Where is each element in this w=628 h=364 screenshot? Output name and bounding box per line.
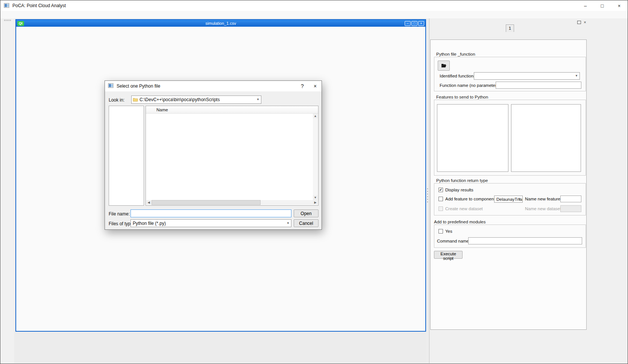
command-name-input[interactable] [468,237,582,244]
scroll-left-icon[interactable]: ◀ [146,200,151,205]
add-feature-checkbox[interactable] [438,197,443,201]
places-sidebar [109,106,144,206]
window-controls: –□× [577,0,628,11]
name-column-header: Name [156,108,168,112]
title-bar: PoCA: Point Cloud Analyst –□× [0,0,628,11]
file-name-input[interactable] [130,209,291,217]
look-in-combo[interactable]: C:\DevC++\poca\bin\poca\pythonScripts ▼ [131,96,261,104]
name-new-dataset-input[interactable] [560,205,581,212]
app-icon [4,3,10,9]
file-dialog: Select one Python file ? × Look in: C:\D… [105,80,322,230]
menu-bar [0,11,628,19]
group-title-return-type: Python function return type [436,178,488,183]
qt-logo: Qt [17,21,24,26]
open-python-file-button[interactable] [438,61,450,71]
dialog-close-button[interactable]: × [309,83,322,89]
app-window: PoCA: Point Cloud Analyst –□× Qt simulat… [0,0,628,364]
scroll-right-icon[interactable]: ▶ [313,200,318,205]
viewer-controls: –□× [405,21,424,26]
scroll-up-icon[interactable]: ▲ [313,114,318,118]
viewer-close-button[interactable]: × [418,21,424,26]
left-toolbar [0,18,15,363]
group-title-modules: Add to predefined modules [434,220,485,224]
yes-label: Yes [445,229,452,234]
file-list-header[interactable]: Name [146,106,318,114]
vertical-scrollbar[interactable]: ▲ ▼ [313,114,318,200]
look-in-path: C:\DevC++\poca\bin\poca\pythonScripts [140,97,220,102]
horizontal-scrollbar[interactable]: ◀ ▶ [146,200,318,205]
features-selected-list[interactable] [511,104,581,172]
dialog-icon [108,83,114,89]
scrollbar-thumb[interactable] [152,200,261,205]
chevron-down-icon: ▼ [256,98,259,101]
files-of-type-value: Python file (*.py) [133,221,166,226]
look-in-label: Look in: [109,97,124,103]
identified-functions-label: Identified functions: [440,74,477,78]
identified-functions-combo[interactable]: ▼ [474,72,580,80]
folder-icon [133,97,138,102]
function-name-label: Function name (no parameters): [440,83,501,88]
name-new-feature-input[interactable] [560,196,581,202]
viewer-minimize-button[interactable]: – [405,21,411,26]
chevron-down-icon: ▼ [287,221,290,225]
dock-float-button[interactable] [576,20,582,25]
document-tab[interactable]: 1 [506,24,514,32]
command-name-label: Command name: [437,239,470,243]
chevron-down-icon: ▼ [575,74,578,77]
component-combo[interactable]: DelaunayTriar▼ [494,196,523,203]
chevron-down-icon: ▼ [518,197,521,201]
group-title-python-file: Python file _function [436,52,475,56]
function-name-input[interactable] [496,82,581,89]
file-name-label: File name: [109,211,130,217]
window-title: PoCA: Point Cloud Analyst [12,3,66,8]
open-file-icon [440,65,447,69]
viewer-title-bar[interactable]: Qt simulation_1.csv –□× [16,20,425,27]
name-new-feature-label: Name new feature [525,197,560,201]
dialog-title-bar[interactable]: Select one Python file ? × [105,81,322,91]
window-minimize-button[interactable]: – [577,0,594,11]
viewer-maximize-button[interactable]: □ [411,21,417,26]
cancel-button[interactable]: Cancel [294,219,319,227]
group-title-features: Features to send to Python [436,95,488,99]
scroll-down-icon[interactable]: ▼ [313,195,318,200]
viewer-title: simulation_1.csv [16,21,425,26]
display-results-checkbox[interactable] [438,188,443,192]
features-available-list[interactable] [437,104,508,172]
create-dataset-checkbox[interactable] [438,206,443,211]
right-dock-panel: × 1 Python file _function Identified fun… [429,18,627,363]
yes-checkbox[interactable] [438,229,443,234]
create-dataset-label: Create new dataset [445,206,483,211]
add-feature-label: Add feature to component [445,197,495,201]
files-of-type-combo[interactable]: Python file (*.py)▼ [130,219,291,227]
name-new-dataset-label: Name new dataset [525,206,561,211]
window-close-button[interactable]: × [611,0,628,11]
open-button[interactable]: Open [294,209,319,217]
dialog-help-button[interactable]: ? [296,83,309,89]
file-list: Name ▲ ▼ ◀ ▶ [146,106,319,206]
display-results-label: Display results [445,188,473,192]
dock-splitter[interactable] [426,18,429,363]
dialog-title: Select one Python file [117,83,160,89]
window-maximize-button[interactable]: □ [594,0,611,11]
toolbar-grip[interactable] [4,20,11,21]
dock-close-button[interactable]: × [582,20,588,25]
execute-script-button[interactable]: Execute script [434,251,463,259]
